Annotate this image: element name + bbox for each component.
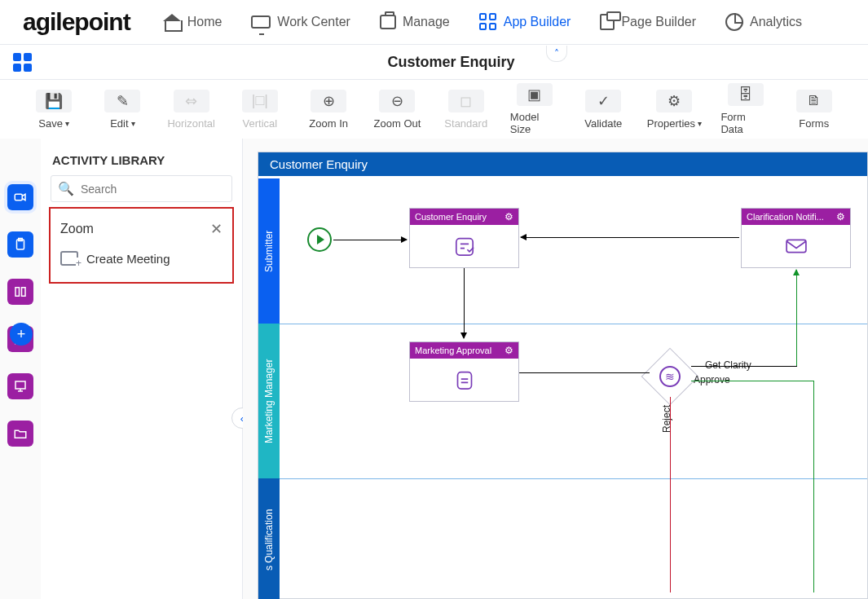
nav-analytics[interactable]: Analytics [725, 13, 802, 31]
edge-enquiry-to-approval [464, 268, 465, 338]
svg-rect-6 [456, 239, 472, 255]
zoom-out-button[interactable]: ⊖Zoom Out [372, 90, 421, 130]
video-icon [13, 190, 28, 205]
nav-home[interactable]: Home [163, 13, 223, 31]
edit-button[interactable]: ✎Edit▾ [98, 90, 147, 130]
node-clarification[interactable]: Clarification Notifi...⚙ [741, 208, 851, 268]
edge-gateway-getclarity-v [796, 270, 797, 366]
home-icon [163, 14, 181, 30]
canvas[interactable]: Customer Enquiry Submitter Marketing Man… [243, 139, 868, 599]
form-data-label: Form Data [720, 111, 769, 135]
activity-create-meeting[interactable]: Create Meeting [55, 249, 227, 267]
nav-work-center[interactable]: Work Center [251, 13, 350, 31]
pool-title: Customer Enquiry [258, 152, 867, 176]
svg-rect-8 [457, 372, 471, 389]
gear-icon[interactable]: ⚙ [504, 345, 513, 356]
workspace: + ACTIVITY LIBRARY 🔍 Zoom ✕ Create Meeti… [0, 139, 868, 599]
page-title: Customer Enquiry [34, 54, 868, 71]
zoom-out-label: Zoom Out [374, 117, 421, 130]
node-body [410, 359, 518, 401]
model-size-button[interactable]: ▣Model Size [510, 83, 559, 135]
svg-rect-5 [15, 381, 25, 389]
rail-columns[interactable] [7, 279, 33, 305]
properties-button[interactable]: ⚙Properties▾ [647, 90, 701, 130]
nav-items: Home Work Center Manage App Builder Page… [163, 13, 802, 31]
edge-clarification-to-enquiry [521, 237, 739, 238]
svg-rect-4 [22, 288, 26, 297]
save-button[interactable]: 💾Save▾ [29, 90, 78, 130]
form-check-icon [451, 234, 478, 258]
close-icon[interactable]: ✕ [210, 220, 223, 238]
activity-library-panel: ACTIVITY LIBRARY 🔍 Zoom ✕ Create Meeting… [41, 139, 243, 599]
forms-icon: 🗎 [796, 90, 832, 112]
chevron-down-icon: ▾ [698, 119, 702, 128]
nav-work-center-label: Work Center [277, 15, 350, 29]
add-activity-button[interactable]: + [10, 323, 33, 346]
forms-label: Forms [799, 117, 829, 130]
vertical-label: Vertical [243, 117, 278, 130]
analytics-icon [725, 13, 743, 31]
lane-submitter[interactable]: Submitter [258, 178, 280, 324]
mail-icon [782, 234, 810, 258]
library-category-row: Zoom ✕ [55, 217, 227, 249]
search-input[interactable] [81, 183, 225, 196]
form-data-button[interactable]: 🗄Form Data [720, 83, 769, 135]
gear-icon: ⚙ [656, 90, 692, 112]
title-bar: Customer Enquiry [0, 44, 868, 80]
lane-marketing-manager[interactable]: Marketing Manager [258, 324, 280, 478]
validate-button[interactable]: ✓Validate [579, 90, 628, 130]
folder-icon [13, 426, 28, 441]
start-event[interactable] [307, 227, 332, 252]
zoom-in-label: Zoom In [309, 117, 348, 130]
rail-zoom[interactable] [7, 184, 33, 210]
node-title: Clarification Notifi... [747, 212, 824, 222]
presentation-icon [13, 379, 28, 394]
apps-grid-button[interactable] [10, 50, 34, 74]
edit-label: Edit [110, 117, 128, 130]
swimlanes: Submitter Marketing Manager s Qualificat… [258, 178, 280, 598]
horizontal-label: Horizontal [167, 117, 215, 130]
library-title: ACTIVITY LIBRARY [41, 139, 242, 175]
zoom-in-icon: ⊕ [311, 90, 346, 112]
validate-icon: ✓ [585, 90, 621, 112]
toolbar: 💾Save▾ ✎Edit▾ ⇔Horizontal |□|Vertical ⊕Z… [0, 80, 868, 139]
clipboard-icon [13, 237, 28, 252]
monitor-icon [251, 15, 271, 29]
horizontal-button: ⇔Horizontal [167, 90, 216, 130]
nav-app-builder-label: App Builder [504, 15, 571, 29]
library-category-name: Zoom [60, 222, 94, 236]
video-add-icon [60, 251, 78, 266]
node-title: Marketing Approval [415, 346, 491, 355]
rail-folder[interactable] [7, 421, 33, 447]
validate-label: Validate [584, 117, 622, 130]
edge-approval-to-gateway [519, 372, 650, 373]
zoom-in-button[interactable]: ⊕Zoom In [304, 90, 353, 130]
nav-page-builder[interactable]: Page Builder [600, 13, 696, 31]
save-label: Save [38, 117, 63, 130]
library-search[interactable]: 🔍 [51, 175, 232, 202]
node-body [742, 225, 850, 267]
node-body [410, 225, 518, 267]
side-rail [0, 139, 41, 599]
process-pool: Customer Enquiry Submitter Marketing Man… [258, 152, 868, 599]
node-marketing-approval[interactable]: Marketing Approval⚙ [409, 341, 519, 402]
standard-icon: ◻ [448, 90, 484, 112]
chevron-down-icon: ▾ [65, 119, 69, 128]
save-icon: 💾 [36, 90, 72, 112]
horizontal-icon: ⇔ [174, 90, 209, 112]
forms-button[interactable]: 🗎Forms [790, 90, 839, 130]
vertical-button: |□|Vertical [236, 90, 284, 130]
nav-app-builder[interactable]: App Builder [479, 13, 571, 31]
gear-icon[interactable]: ⚙ [836, 211, 845, 222]
nav-manage[interactable]: Manage [380, 13, 450, 31]
edge-reject [670, 397, 671, 592]
rail-presentation[interactable] [7, 373, 33, 399]
nav-home-label: Home [187, 15, 223, 29]
gateway-icon: ≋ [659, 366, 681, 387]
gear-icon[interactable]: ⚙ [504, 211, 513, 222]
node-title: Customer Enquiry [415, 212, 487, 222]
rail-clipboard[interactable] [7, 231, 33, 258]
lane-qualification[interactable]: s Qualification [258, 478, 280, 599]
node-customer-enquiry[interactable]: Customer Enquiry⚙ [409, 208, 519, 268]
brand-logo: agilepoint [23, 8, 130, 36]
